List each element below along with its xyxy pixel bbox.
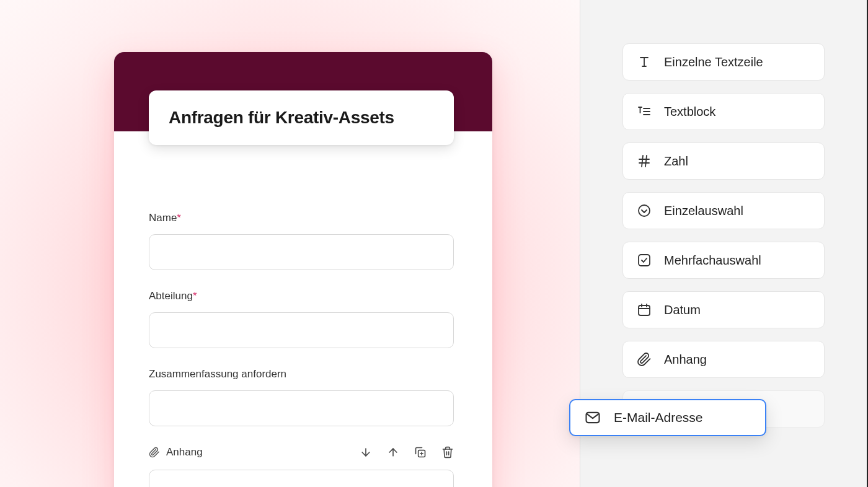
component-label: Einzelauswahl bbox=[664, 204, 743, 218]
component-label: Mehrfachauswahl bbox=[664, 253, 761, 268]
component-multi-select[interactable]: Mehrfachauswahl bbox=[622, 242, 825, 279]
component-email-dragging[interactable]: E-Mail-Adresse bbox=[569, 399, 766, 436]
attachment-label-text: Anhang bbox=[166, 446, 203, 458]
anhang-input[interactable] bbox=[149, 470, 454, 487]
svg-rect-11 bbox=[639, 305, 650, 315]
text-block-icon bbox=[637, 104, 652, 119]
form-card: Anfragen für Kreativ-Assets Name* Abteil… bbox=[114, 52, 492, 487]
chevron-circle-icon bbox=[637, 203, 652, 218]
arrow-down-icon bbox=[360, 446, 372, 458]
component-palette: Einzelne Textzeile Textblock Zahl Einzel… bbox=[580, 0, 868, 487]
checkbox-icon bbox=[637, 253, 652, 268]
component-label: Datum bbox=[664, 303, 701, 317]
form-field-anhang: Anhang bbox=[149, 446, 458, 487]
move-up-button[interactable] bbox=[387, 446, 399, 458]
svg-point-9 bbox=[639, 205, 650, 216]
component-label: E-Mail-Adresse bbox=[614, 410, 703, 425]
field-action-icons bbox=[360, 446, 454, 458]
hash-icon bbox=[637, 154, 652, 169]
component-label: Einzelne Textzeile bbox=[664, 55, 763, 69]
abteilung-input[interactable] bbox=[149, 312, 454, 348]
form-title-card[interactable]: Anfragen für Kreativ-Assets bbox=[149, 90, 454, 145]
field-label: Zusammenfassung anfordern bbox=[149, 368, 458, 380]
svg-rect-10 bbox=[639, 255, 650, 266]
component-label: Anhang bbox=[664, 353, 707, 367]
calendar-icon bbox=[637, 302, 652, 317]
form-preview-panel: Anfragen für Kreativ-Assets Name* Abteil… bbox=[0, 0, 580, 487]
svg-line-8 bbox=[645, 156, 647, 167]
form-body: Name* Abteilung* Zusammenfassung anforde… bbox=[114, 131, 492, 487]
svg-line-7 bbox=[642, 156, 643, 167]
trash-icon bbox=[441, 446, 454, 458]
component-single-select[interactable]: Einzelauswahl bbox=[622, 192, 825, 229]
required-star: * bbox=[193, 290, 197, 302]
required-star: * bbox=[177, 212, 181, 224]
component-attachment[interactable]: Anhang bbox=[622, 341, 825, 378]
zusammenfassung-input[interactable] bbox=[149, 390, 454, 426]
paperclip-icon bbox=[637, 352, 652, 367]
component-number[interactable]: Zahl bbox=[622, 143, 825, 180]
paperclip-icon bbox=[149, 447, 160, 458]
component-label: Textblock bbox=[664, 105, 715, 119]
component-label: Zahl bbox=[664, 154, 688, 169]
form-field-abteilung: Abteilung* bbox=[149, 290, 458, 348]
component-date[interactable]: Datum bbox=[622, 291, 825, 328]
component-single-text[interactable]: Einzelne Textzeile bbox=[622, 43, 825, 81]
field-label-text: Name bbox=[149, 212, 177, 224]
move-down-button[interactable] bbox=[360, 446, 372, 458]
component-text-block[interactable]: Textblock bbox=[622, 93, 825, 130]
name-input[interactable] bbox=[149, 234, 454, 270]
form-field-name: Name* bbox=[149, 212, 458, 270]
field-label-text: Zusammenfassung anfordern bbox=[149, 368, 286, 380]
delete-button[interactable] bbox=[441, 446, 454, 458]
duplicate-icon bbox=[414, 446, 427, 458]
arrow-up-icon bbox=[387, 446, 399, 458]
field-label-text: Abteilung bbox=[149, 290, 193, 302]
form-field-zusammenfassung: Zusammenfassung anfordern bbox=[149, 368, 458, 426]
duplicate-button[interactable] bbox=[414, 446, 427, 458]
attachment-label-group: Anhang bbox=[149, 446, 203, 458]
text-single-icon bbox=[637, 55, 652, 69]
field-label: Abteilung* bbox=[149, 290, 458, 302]
form-title: Anfragen für Kreativ-Assets bbox=[169, 108, 434, 128]
field-label: Name* bbox=[149, 212, 458, 224]
envelope-icon bbox=[584, 409, 601, 426]
